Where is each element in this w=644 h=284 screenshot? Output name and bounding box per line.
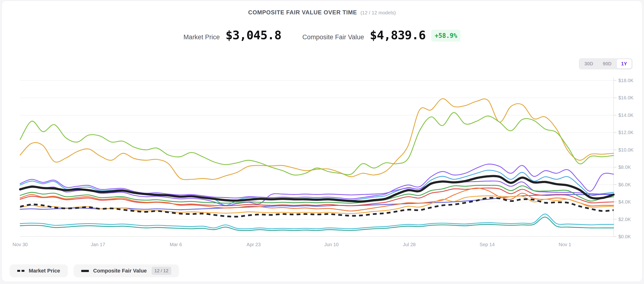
stats-row: Market Price $3,045.8 Composite Fair Val… <box>0 28 644 43</box>
y-axis-label: $2.0K <box>618 217 631 222</box>
page-title: COMPOSITE FAIR VALUE OVER TIME <box>248 9 357 15</box>
y-axis-label: $8.0K <box>618 165 631 170</box>
models-count-badge: 12 / 12 <box>152 267 171 275</box>
series-line-model-2-lime <box>20 113 614 175</box>
legend-label: Composite Fair Value <box>93 268 147 274</box>
time-range-selector: 30D 90D 1Y <box>579 58 632 69</box>
dashed-line-swatch-icon <box>17 270 24 272</box>
fair-value-stat: Composite Fair Value $4,839.6 +58.9% <box>302 28 460 43</box>
market-price-value: $3,045.8 <box>226 28 281 42</box>
x-axis-label: Nov 1 <box>559 242 571 247</box>
y-axis-label: $14.0K <box>618 113 634 118</box>
solid-line-swatch-icon <box>81 270 89 272</box>
y-axis-label: $6.0K <box>618 182 631 187</box>
x-axis-label: Mar 6 <box>170 242 182 247</box>
legend-item-market-price[interactable]: Market Price <box>10 264 68 277</box>
legend-label: Market Price <box>29 268 60 274</box>
upside-change-badge: +58.9% <box>431 30 460 42</box>
models-count-subtitle: (12 / 12 models) <box>360 10 396 15</box>
x-axis-label: Sep 14 <box>480 242 494 247</box>
series-line-model-1-amber <box>20 99 614 180</box>
fair-value-value: $4,839.6 <box>370 28 426 42</box>
market-price-stat: Market Price $3,045.8 <box>184 28 281 42</box>
x-axis-label: Nov 30 <box>12 242 28 247</box>
range-button-1y[interactable]: 1Y <box>617 59 632 68</box>
chart-legend: Market Price Composite Fair Value 12 / 1… <box>10 264 179 277</box>
y-axis-label: $4.0K <box>618 199 631 205</box>
x-axis-label: Apr 23 <box>246 242 261 247</box>
y-axis-label: $0.0K <box>618 234 631 239</box>
fair-value-label: Composite Fair Value <box>302 33 364 41</box>
range-button-90d[interactable]: 90D <box>598 59 616 68</box>
y-axis-label: $12.0K <box>618 130 634 135</box>
x-axis-label: Jan 17 <box>91 242 105 247</box>
range-button-30d[interactable]: 30D <box>580 59 598 68</box>
header: COMPOSITE FAIR VALUE OVER TIME (12 / 12 … <box>0 9 644 16</box>
y-axis-label: $16.0K <box>618 95 634 100</box>
y-axis-label: $10.0K <box>618 147 634 153</box>
x-axis-label: Jul 28 <box>403 242 416 247</box>
x-axis-label: Jun 10 <box>324 242 338 247</box>
y-axis-label: $18.0K <box>618 78 634 83</box>
market-price-label: Market Price <box>184 33 220 41</box>
legend-item-composite-fair-value[interactable]: Composite Fair Value 12 / 12 <box>74 264 179 277</box>
